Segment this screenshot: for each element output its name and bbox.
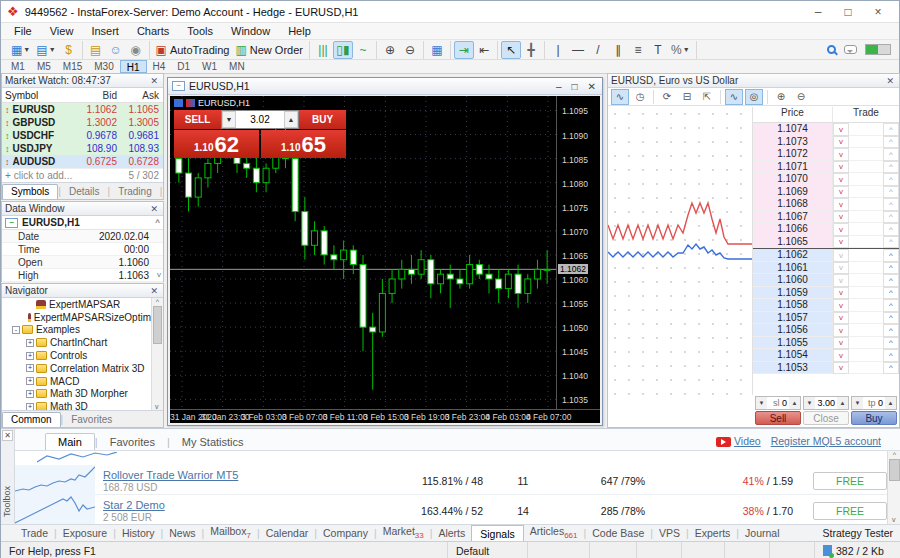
- dom-grouped-icon[interactable]: ◎: [745, 89, 763, 105]
- menu-view[interactable]: View: [41, 24, 83, 38]
- signal-link[interactable]: Star 2 Demo: [103, 499, 165, 511]
- fibonacci-icon[interactable]: ≡: [628, 41, 648, 59]
- toolbox-tab-main[interactable]: Main: [45, 433, 95, 450]
- sell-at-price-button[interactable]: v: [833, 198, 849, 211]
- collapse-icon[interactable]: -: [12, 326, 20, 334]
- buy-at-price-button[interactable]: ^: [883, 198, 899, 211]
- dom-zoom-in-icon[interactable]: ⊕: [772, 89, 790, 105]
- dom-buy-button[interactable]: Buy: [851, 411, 897, 425]
- chevron-down-icon[interactable]: ▼: [49, 46, 56, 53]
- tree-item[interactable]: +ChartInChart: [2, 336, 151, 349]
- zoom-out-icon[interactable]: ⊖: [400, 41, 420, 59]
- close-icon[interactable]: ✕: [148, 286, 160, 296]
- register-mql5-link[interactable]: Register MQL5 account: [771, 435, 881, 447]
- navigator-scrollbar[interactable]: ^v: [151, 298, 163, 410]
- buy-at-price-button[interactable]: ^: [883, 349, 899, 362]
- menu-charts[interactable]: Charts: [128, 24, 178, 38]
- video-link[interactable]: Video: [716, 435, 761, 447]
- chart-shift-icon[interactable]: ⇤: [474, 41, 494, 59]
- take-profit-spinner[interactable]: ▼tp 0▲: [851, 396, 897, 410]
- sell-at-price-button[interactable]: v: [833, 173, 849, 186]
- volume-increase-button[interactable]: ▲: [284, 111, 298, 128]
- tree-item[interactable]: ExpertMAPSARSizeOptim: [2, 311, 151, 324]
- expand-icon[interactable]: +: [26, 364, 34, 372]
- buy-at-price-button[interactable]: ^: [883, 262, 899, 275]
- sell-at-price-button[interactable]: v: [833, 161, 849, 174]
- toolbox-tab-my-statistics[interactable]: My Statistics: [170, 434, 256, 450]
- volume-decrease-button[interactable]: ▼: [222, 111, 236, 128]
- bottom-tab-code-base[interactable]: Code Base: [586, 526, 650, 540]
- sell-at-price-button[interactable]: v: [833, 186, 849, 199]
- buy-at-price-button[interactable]: ^: [883, 337, 899, 350]
- close-icon[interactable]: ✕: [148, 204, 160, 214]
- new-order-button[interactable]: ▥New Order: [232, 41, 306, 59]
- signal-link[interactable]: Rollover Trade Warrior MT5: [103, 469, 238, 481]
- tree-item[interactable]: +Controls: [2, 349, 151, 362]
- sell-at-price-button[interactable]: v: [833, 274, 849, 287]
- expand-icon[interactable]: +: [26, 377, 34, 385]
- cursor-icon[interactable]: ↖: [501, 41, 521, 59]
- buy-at-price-button[interactable]: ^: [883, 287, 899, 300]
- buy-at-price-button[interactable]: ^: [883, 136, 899, 149]
- price-axis[interactable]: 1.10951.10901.10851.10801.10751.10701.10…: [556, 96, 600, 409]
- chart-minimize-button[interactable]: –: [556, 81, 562, 92]
- bottom-tab-experts[interactable]: Experts: [689, 526, 737, 540]
- status-profile[interactable]: Default: [448, 542, 528, 558]
- scroll-up-icon[interactable]: ^: [155, 218, 163, 227]
- candle-chart-icon[interactable]: ▯▮: [333, 41, 353, 59]
- click-to-add[interactable]: click to add...: [14, 170, 72, 181]
- tree-item[interactable]: +MACD: [2, 375, 151, 388]
- sell-at-price-button[interactable]: v: [833, 349, 849, 362]
- timeframe-mn[interactable]: MN: [223, 60, 251, 73]
- sell-at-price-button[interactable]: v: [833, 337, 849, 350]
- buy-price-box[interactable]: 1.10 65: [261, 130, 346, 158]
- bottom-tab-calendar[interactable]: Calendar: [260, 526, 315, 540]
- buy-at-price-button[interactable]: ^: [883, 299, 899, 312]
- stop-loss-spinner[interactable]: ▼sl 0▲: [755, 396, 801, 410]
- sell-at-price-button[interactable]: v: [833, 299, 849, 312]
- sell-button[interactable]: SELL: [174, 110, 221, 129]
- tab-details[interactable]: Details: [61, 185, 108, 199]
- bottom-tab-trade[interactable]: Trade: [15, 526, 54, 540]
- scroll-down-icon[interactable]: v: [157, 270, 161, 279]
- dom-refresh-icon[interactable]: ⟳: [658, 89, 676, 105]
- timeframe-m5[interactable]: M5: [31, 60, 57, 73]
- buy-at-price-button[interactable]: ^: [883, 148, 899, 161]
- tree-item[interactable]: +Math 3D: [2, 400, 151, 410]
- history-center-icon[interactable]: $: [59, 41, 79, 59]
- market-watch-row[interactable]: ↕USDCHF0.96780.9681: [2, 129, 163, 142]
- buy-at-price-button[interactable]: ^: [883, 274, 899, 287]
- price-list-icon[interactable]: ▤: [86, 41, 106, 59]
- bottom-tab-history[interactable]: History: [116, 526, 161, 540]
- buy-at-price-button[interactable]: ^: [883, 186, 899, 199]
- buy-at-price-button[interactable]: ^: [883, 223, 899, 236]
- minimize-button[interactable]: –: [803, 3, 833, 21]
- signal-row[interactable]: Star 2 Demo2 508 EUR163.44% / 5214285 /7…: [15, 495, 887, 525]
- bottom-tab-exposure[interactable]: Exposure: [57, 526, 113, 540]
- dom-close-button[interactable]: Close: [803, 411, 849, 425]
- tab-favorites[interactable]: Favorites: [63, 413, 120, 427]
- sell-at-price-button[interactable]: v: [833, 223, 849, 236]
- bottom-tab-mailbox[interactable]: Mailbox7: [204, 524, 257, 541]
- crosshair-icon[interactable]: ╋: [521, 41, 541, 59]
- bar-chart-icon[interactable]: |||: [313, 41, 333, 59]
- trendline-icon[interactable]: /: [588, 41, 608, 59]
- sell-at-price-button[interactable]: v: [833, 312, 849, 325]
- tree-item[interactable]: +Math 3D Morpher: [2, 388, 151, 401]
- dom-export-icon[interactable]: ⇱: [698, 89, 716, 105]
- sell-price-box[interactable]: 1.10 62: [174, 130, 259, 158]
- market-watch-row[interactable]: ↕AUDUSD0.67250.6728: [2, 155, 163, 168]
- close-button[interactable]: ×: [863, 3, 893, 21]
- free-button[interactable]: FREE: [813, 472, 887, 490]
- dom-depth-icon[interactable]: ⊟: [678, 89, 696, 105]
- auto-scroll-icon[interactable]: ⇥: [454, 41, 474, 59]
- market-watch-row[interactable]: ↕EURUSD1.10621.1065: [2, 103, 163, 116]
- sell-at-price-button[interactable]: v: [833, 148, 849, 161]
- buy-at-price-button[interactable]: ^: [883, 161, 899, 174]
- bottom-tab-news[interactable]: News: [163, 526, 201, 540]
- sell-at-price-button[interactable]: v: [833, 324, 849, 337]
- timeframe-h1[interactable]: H1: [120, 60, 147, 73]
- timeframe-m30[interactable]: M30: [88, 60, 119, 73]
- signal-row[interactable]: Rollover Trade Warrior MT5168.78 USD115.…: [15, 465, 887, 495]
- free-button[interactable]: FREE: [813, 502, 887, 520]
